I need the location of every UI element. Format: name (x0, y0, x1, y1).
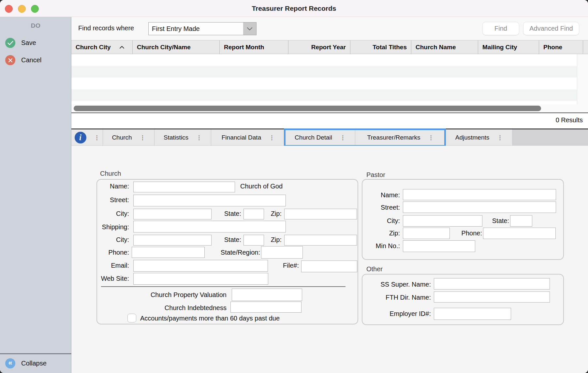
church-email-label: Email: (96, 262, 129, 269)
pastor-name-label: Name: (367, 191, 400, 199)
church-state-region-input[interactable] (261, 246, 303, 259)
collapse-button-label: Collapse (21, 360, 47, 367)
column-header-phone[interactable]: Phone (539, 40, 583, 54)
church-state-region-label: State/Region: (183, 249, 260, 256)
pastor-min-no-input[interactable] (403, 240, 475, 252)
church-website-input[interactable] (133, 273, 268, 285)
pastor-street-input[interactable] (403, 201, 556, 213)
table-row[interactable] (71, 89, 577, 101)
church-shipping-city-label: City: (96, 236, 129, 244)
fth-dir-name-input[interactable] (434, 291, 550, 303)
pastor-min-no-label: Min No.: (362, 242, 400, 250)
column-header-report-year[interactable]: Report Year (288, 40, 350, 54)
column-header-church-city[interactable]: Church City (71, 40, 133, 54)
pastor-state-input[interactable] (510, 215, 532, 227)
tab-treasurer-remarks[interactable]: Treasurer/Remarks ⋮ (355, 129, 446, 146)
results-count: 0 Results (556, 116, 583, 124)
church-name-suffix: Church of God (240, 183, 283, 190)
employer-id-input[interactable] (434, 308, 511, 320)
church-section-divider (101, 286, 345, 287)
sort-ascending-icon (119, 46, 125, 49)
church-shipping-input[interactable] (133, 221, 286, 232)
church-state-label: State: (215, 210, 241, 217)
title-bar: Treasurer Report Records (0, 0, 588, 17)
pastor-city-input[interactable] (403, 215, 482, 227)
cancel-button-label: Cancel (21, 56, 41, 64)
tab-menu-dots-icon[interactable]: ⋮ (196, 135, 202, 141)
find-button[interactable]: Find (482, 22, 519, 35)
church-file-number-input[interactable] (301, 261, 357, 272)
pastor-phone-label: Phone: (450, 230, 482, 237)
tab-adjustments[interactable]: Adjustments ⋮ (446, 129, 512, 146)
church-city-input[interactable] (133, 209, 212, 219)
church-shipping-zip-label: Zip: (261, 236, 282, 244)
tab-statistics[interactable]: Statistics ⋮ (154, 129, 211, 146)
church-name-input[interactable] (133, 182, 235, 192)
church-property-valuation-input[interactable] (232, 289, 302, 301)
column-header-church-name[interactable]: Church Name (411, 40, 478, 54)
column-header-total-tithes[interactable]: Total Tithes (350, 40, 411, 54)
column-header-filler (583, 40, 588, 54)
church-zip-input[interactable] (284, 209, 357, 219)
pastor-zip-input[interactable] (403, 228, 450, 239)
tab-menu-dots-icon[interactable]: ⋮ (94, 135, 100, 141)
church-shipping-zip-input[interactable] (284, 235, 357, 246)
church-name-label: Name: (96, 183, 129, 190)
fth-dir-name-label: FTH Dir. Name: (368, 294, 431, 301)
church-city-label: City: (96, 210, 129, 217)
church-website-label: Web Site: (91, 275, 129, 282)
find-records-where-label: Find records where (78, 24, 134, 32)
column-header-mailing-city[interactable]: Mailing City (478, 40, 539, 54)
church-email-input[interactable] (133, 260, 268, 272)
tab-financial-data[interactable]: Financial Data ⋮ (211, 129, 285, 146)
sidebar-item-save[interactable]: Save (5, 38, 36, 48)
church-section-title: Church (100, 170, 121, 177)
church-phone-label: Phone: (96, 249, 129, 256)
church-shipping-city-input[interactable] (133, 235, 212, 246)
tab-church-detail[interactable]: Church Detail ⋮ (285, 129, 355, 146)
past-due-checkbox[interactable] (127, 314, 136, 322)
save-button-label: Save (21, 39, 36, 47)
pastor-city-label: City: (367, 217, 400, 225)
table-row[interactable] (71, 54, 577, 66)
church-indebtedness-input[interactable] (230, 302, 301, 313)
tab-menu-dots-icon[interactable]: ⋮ (269, 135, 274, 141)
sidebar-item-cancel[interactable]: Cancel (5, 55, 41, 65)
table-header: Church City Church City/Name Report Mont… (71, 40, 588, 54)
pastor-phone-input[interactable] (483, 228, 556, 239)
check-circle-icon (5, 38, 15, 48)
vertical-scrollbar-track[interactable] (577, 54, 588, 104)
tab-info[interactable]: i ⋮ (71, 129, 103, 146)
tab-menu-dots-icon[interactable]: ⋮ (497, 135, 503, 141)
sidebar-header: DO (0, 22, 71, 29)
tab-menu-dots-icon[interactable]: ⋮ (340, 135, 345, 141)
tab-church[interactable]: Church ⋮ (103, 129, 154, 146)
table-row[interactable] (71, 78, 577, 89)
table-body (71, 54, 577, 104)
advanced-find-button[interactable]: Advanced Find (523, 22, 579, 35)
find-field-dropdown[interactable]: First Entry Made (148, 22, 257, 35)
church-file-number-label: File#: (257, 262, 299, 269)
pastor-name-input[interactable] (403, 189, 556, 200)
horizontal-scrollbar-track[interactable] (71, 104, 588, 112)
church-shipping-label: Shipping: (96, 223, 129, 231)
tab-bar: i ⋮ Church ⋮ Statistics ⋮ Financial Data… (71, 128, 588, 146)
other-section-title: Other (366, 265, 383, 273)
table-row[interactable] (71, 101, 577, 104)
tab-menu-dots-icon[interactable]: ⋮ (428, 135, 434, 141)
column-header-church-city-name[interactable]: Church City/Name (133, 40, 220, 54)
horizontal-scrollbar-thumb[interactable] (74, 106, 541, 111)
chevron-down-icon[interactable] (243, 22, 256, 35)
table-row[interactable] (71, 66, 577, 78)
chevrons-left-circle-icon: « (5, 358, 15, 368)
church-zip-label: Zip: (261, 210, 282, 217)
sidebar-collapse-button[interactable]: « Collapse (5, 358, 47, 368)
info-icon[interactable]: i (75, 132, 86, 143)
pastor-zip-label: Zip: (367, 230, 400, 237)
column-header-report-month[interactable]: Report Month (220, 40, 288, 54)
church-street-label: Street: (96, 196, 129, 204)
ss-super-name-label: SS Super. Name: (368, 281, 431, 288)
ss-super-name-input[interactable] (434, 278, 550, 290)
tab-menu-dots-icon[interactable]: ⋮ (140, 135, 145, 141)
church-street-input[interactable] (133, 195, 286, 206)
